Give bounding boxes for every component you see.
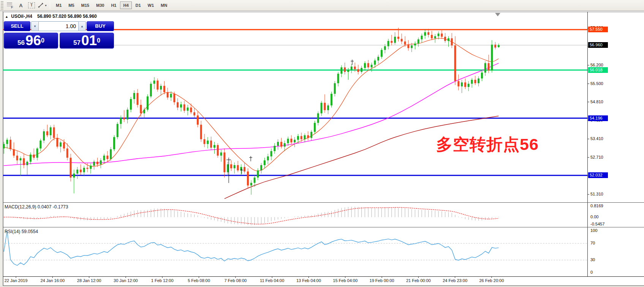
candle-body <box>143 110 145 114</box>
price-badge: 57.550 <box>588 27 608 32</box>
text-label-icon[interactable]: A <box>16 1 25 9</box>
candle-body <box>414 44 416 46</box>
candle-body <box>384 46 386 50</box>
candle-body <box>177 102 179 107</box>
volume-input[interactable] <box>39 21 78 31</box>
volume-increase-button[interactable]: ▲ <box>78 21 86 31</box>
candle-body <box>36 148 38 158</box>
macd-axis-label: 0.8169 <box>590 203 603 208</box>
candle-body <box>220 153 222 156</box>
candle-body <box>97 162 98 164</box>
price-badge: 54.196 <box>588 115 608 121</box>
timeframe-h4[interactable]: H4 <box>120 2 131 9</box>
candle-body <box>103 156 105 161</box>
candle-body <box>494 45 496 48</box>
candle-body <box>418 39 419 44</box>
candle-body <box>140 105 142 113</box>
text-tool-glyph: T <box>28 2 35 8</box>
candle-body <box>43 131 45 140</box>
candle-body <box>260 165 262 170</box>
candle-body <box>93 162 95 166</box>
candle-body <box>498 45 500 47</box>
buy-price-small: 57 <box>73 39 81 47</box>
candle-body <box>301 136 302 139</box>
time-axis-label: 13 Feb 04:00 <box>288 278 329 283</box>
candle-body <box>167 92 169 98</box>
timeframe-h1[interactable]: H1 <box>108 2 119 9</box>
candle-body <box>227 164 229 172</box>
candle-body <box>314 123 316 132</box>
candle-body <box>254 178 256 183</box>
sell-button[interactable]: SELL <box>4 21 30 31</box>
price-tick-label: 52.710 <box>590 155 603 159</box>
candle-body <box>63 142 65 148</box>
candle-body <box>357 69 359 72</box>
candle-body <box>87 168 89 169</box>
time-axis-label: 7 Feb 08:00 <box>215 278 256 283</box>
timeframe-mn[interactable]: MN <box>158 2 170 9</box>
candle-body <box>237 165 239 170</box>
chart-shift-marker-icon[interactable] <box>495 13 500 16</box>
candle-body <box>234 165 236 168</box>
candle-body <box>70 158 72 177</box>
buy-price-panel[interactable]: 57 01 0 <box>60 33 114 49</box>
rsi-axis-label: 70 <box>590 241 595 245</box>
buy-button[interactable]: BUY <box>87 21 114 31</box>
volume-decrease-button[interactable]: ▼ <box>31 21 39 31</box>
grid-f-glyph: F <box>6 2 14 9</box>
time-axis-label: 5 Feb 08:00 <box>178 278 220 283</box>
timeframe-m1[interactable]: M1 <box>53 2 65 9</box>
candle-body <box>247 172 249 186</box>
candle-body <box>80 170 82 172</box>
candle-body <box>397 37 399 39</box>
candle-body <box>468 84 470 87</box>
candle-body <box>337 74 339 83</box>
candle-body <box>106 156 108 159</box>
timeframe-m30[interactable]: M30 <box>93 2 107 9</box>
price-tick-label: 54.810 <box>590 99 603 104</box>
candle-body <box>210 140 212 148</box>
cursor-arrows-icon[interactable]: ▾ <box>38 1 47 9</box>
candle-body <box>184 104 185 111</box>
candle-body <box>394 37 396 43</box>
candle-body <box>204 139 206 144</box>
collapse-arrow-icon[interactable]: ▲ <box>5 15 8 19</box>
candle-body <box>491 45 493 71</box>
candle-body <box>454 46 456 81</box>
timeframe-buttons: M1M5M15M30H1H4D1W1MN <box>52 2 171 9</box>
grid-f-icon[interactable]: F <box>6 1 15 9</box>
text-tool-icon[interactable]: T <box>27 1 36 9</box>
candle-body <box>267 156 269 160</box>
candle-body <box>284 143 286 147</box>
timeframe-d1[interactable]: D1 <box>133 2 144 9</box>
candle-body <box>317 114 319 123</box>
candle-body <box>113 137 115 149</box>
candle-body <box>297 136 299 140</box>
dropdown-caret-icon[interactable]: ▾ <box>45 4 46 7</box>
candle-body <box>481 73 483 78</box>
candle-body <box>461 82 463 86</box>
candle-body <box>56 138 58 147</box>
toolbar-drag-handle[interactable] <box>1 1 3 9</box>
candle-body <box>287 139 289 143</box>
timeframe-m15[interactable]: M15 <box>78 2 92 9</box>
sell-price-small: 56 <box>17 39 25 47</box>
candle-body <box>277 142 279 146</box>
candle-body <box>331 94 332 106</box>
candle-body <box>217 145 219 156</box>
candle-body <box>223 153 225 172</box>
time-axis-label: 26 Feb 20:00 <box>471 278 513 283</box>
timeframe-m5[interactable]: M5 <box>65 2 77 9</box>
candle-body <box>471 80 473 84</box>
candle-body <box>137 93 139 105</box>
sell-price-panel[interactable]: 56 96 0 <box>4 33 58 49</box>
candle-body <box>340 67 342 74</box>
candle-body <box>244 167 245 172</box>
timeframe-w1[interactable]: W1 <box>145 2 157 9</box>
candle-body <box>83 168 85 172</box>
time-axis-label: 21 Feb 00:00 <box>397 278 439 283</box>
candle-body <box>484 63 486 73</box>
ma-fast-line <box>4 38 498 171</box>
candle-body <box>411 46 413 48</box>
candle-body <box>30 155 32 162</box>
